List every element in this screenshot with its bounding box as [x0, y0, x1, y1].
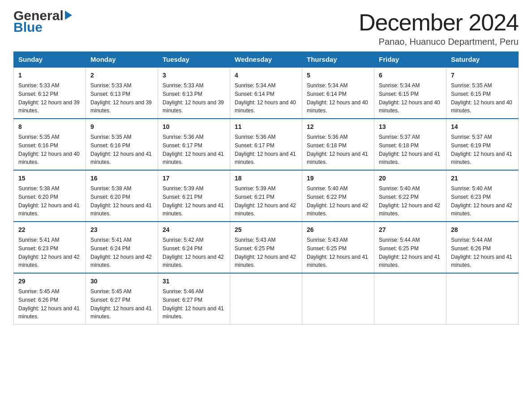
- day-number: 28: [451, 225, 514, 235]
- logo-blue-text: Blue: [13, 21, 43, 34]
- page-header: General Blue December 2024 Panao, Huanuc…: [13, 9, 519, 47]
- day-info: Sunrise: 5:33 AMSunset: 6:13 PMDaylight:…: [90, 82, 152, 114]
- day-number: 15: [18, 174, 81, 183]
- day-number: 11: [235, 122, 297, 132]
- calendar-cell: 22Sunrise: 5:41 AMSunset: 6:23 PMDayligh…: [14, 222, 86, 273]
- calendar-cell: 3Sunrise: 5:33 AMSunset: 6:13 PMDaylight…: [158, 67, 230, 119]
- day-info: Sunrise: 5:44 AMSunset: 6:26 PMDaylight:…: [451, 237, 512, 268]
- day-info: Sunrise: 5:35 AMSunset: 6:15 PMDaylight:…: [451, 82, 512, 114]
- day-number: 18: [235, 174, 297, 183]
- calendar-cell: 8Sunrise: 5:35 AMSunset: 6:16 PMDaylight…: [14, 119, 86, 170]
- calendar-week-4: 22Sunrise: 5:41 AMSunset: 6:23 PMDayligh…: [14, 222, 519, 273]
- day-info: Sunrise: 5:34 AMSunset: 6:14 PMDaylight:…: [235, 82, 296, 114]
- calendar-cell: 30Sunrise: 5:45 AMSunset: 6:27 PMDayligh…: [86, 273, 158, 325]
- day-info: Sunrise: 5:39 AMSunset: 6:21 PMDaylight:…: [235, 185, 296, 217]
- day-number: 3: [163, 71, 225, 80]
- calendar-week-5: 29Sunrise: 5:45 AMSunset: 6:26 PMDayligh…: [14, 273, 519, 325]
- day-number: 29: [18, 277, 81, 286]
- calendar-week-2: 8Sunrise: 5:35 AMSunset: 6:16 PMDaylight…: [14, 119, 519, 170]
- day-number: 14: [451, 122, 514, 132]
- day-number: 31: [163, 277, 225, 286]
- day-info: Sunrise: 5:43 AMSunset: 6:25 PMDaylight:…: [235, 237, 296, 268]
- calendar-cell: 29Sunrise: 5:45 AMSunset: 6:26 PMDayligh…: [14, 273, 86, 325]
- day-info: Sunrise: 5:45 AMSunset: 6:26 PMDaylight:…: [18, 288, 80, 320]
- calendar-cell: 23Sunrise: 5:41 AMSunset: 6:24 PMDayligh…: [86, 222, 158, 273]
- calendar-cell: 5Sunrise: 5:34 AMSunset: 6:14 PMDaylight…: [302, 67, 374, 119]
- day-info: Sunrise: 5:41 AMSunset: 6:24 PMDaylight:…: [90, 237, 152, 268]
- col-header-saturday: Saturday: [446, 52, 519, 68]
- calendar-week-3: 15Sunrise: 5:38 AMSunset: 6:20 PMDayligh…: [14, 170, 519, 222]
- page-title: December 2024: [359, 9, 519, 36]
- day-info: Sunrise: 5:40 AMSunset: 6:22 PMDaylight:…: [379, 185, 440, 217]
- day-info: Sunrise: 5:36 AMSunset: 6:17 PMDaylight:…: [235, 134, 296, 165]
- day-info: Sunrise: 5:38 AMSunset: 6:20 PMDaylight:…: [18, 185, 80, 217]
- calendar-cell: 17Sunrise: 5:39 AMSunset: 6:21 PMDayligh…: [158, 170, 230, 222]
- day-info: Sunrise: 5:46 AMSunset: 6:27 PMDaylight:…: [163, 288, 224, 320]
- day-number: 13: [379, 122, 442, 132]
- day-info: Sunrise: 5:39 AMSunset: 6:21 PMDaylight:…: [163, 185, 224, 217]
- calendar-cell: 15Sunrise: 5:38 AMSunset: 6:20 PMDayligh…: [14, 170, 86, 222]
- calendar-header: SundayMondayTuesdayWednesdayThursdayFrid…: [14, 52, 519, 68]
- calendar-cell: 18Sunrise: 5:39 AMSunset: 6:21 PMDayligh…: [230, 170, 302, 222]
- day-info: Sunrise: 5:44 AMSunset: 6:25 PMDaylight:…: [379, 237, 440, 268]
- calendar-cell: 7Sunrise: 5:35 AMSunset: 6:15 PMDaylight…: [446, 67, 519, 119]
- day-number: 22: [18, 225, 81, 235]
- calendar-cell: 12Sunrise: 5:36 AMSunset: 6:18 PMDayligh…: [302, 119, 374, 170]
- day-number: 8: [18, 122, 81, 132]
- day-number: 12: [307, 122, 369, 132]
- calendar-week-1: 1Sunrise: 5:33 AMSunset: 6:12 PMDaylight…: [14, 67, 519, 119]
- day-info: Sunrise: 5:40 AMSunset: 6:22 PMDaylight:…: [307, 185, 368, 217]
- col-header-monday: Monday: [86, 52, 158, 68]
- calendar-cell: 4Sunrise: 5:34 AMSunset: 6:14 PMDaylight…: [230, 67, 302, 119]
- day-info: Sunrise: 5:34 AMSunset: 6:14 PMDaylight:…: [307, 82, 368, 114]
- calendar-cell: 13Sunrise: 5:37 AMSunset: 6:18 PMDayligh…: [374, 119, 446, 170]
- calendar-cell: 26Sunrise: 5:43 AMSunset: 6:25 PMDayligh…: [302, 222, 374, 273]
- day-info: Sunrise: 5:34 AMSunset: 6:15 PMDaylight:…: [379, 82, 440, 114]
- logo-arrow-icon: [65, 11, 72, 20]
- day-number: 5: [307, 71, 369, 80]
- day-number: 7: [451, 71, 514, 80]
- calendar-cell: [230, 273, 302, 325]
- calendar-cell: 21Sunrise: 5:40 AMSunset: 6:23 PMDayligh…: [446, 170, 519, 222]
- calendar-cell: 11Sunrise: 5:36 AMSunset: 6:17 PMDayligh…: [230, 119, 302, 170]
- day-number: 9: [90, 122, 153, 132]
- day-info: Sunrise: 5:36 AMSunset: 6:17 PMDaylight:…: [163, 134, 224, 165]
- day-info: Sunrise: 5:40 AMSunset: 6:23 PMDaylight:…: [451, 185, 512, 217]
- day-number: 4: [235, 71, 297, 80]
- day-number: 21: [451, 174, 514, 183]
- col-header-sunday: Sunday: [14, 52, 86, 68]
- day-number: 1: [18, 71, 81, 80]
- day-info: Sunrise: 5:33 AMSunset: 6:12 PMDaylight:…: [18, 82, 80, 114]
- calendar-cell: 25Sunrise: 5:43 AMSunset: 6:25 PMDayligh…: [230, 222, 302, 273]
- day-info: Sunrise: 5:35 AMSunset: 6:16 PMDaylight:…: [90, 134, 152, 165]
- calendar-cell: 19Sunrise: 5:40 AMSunset: 6:22 PMDayligh…: [302, 170, 374, 222]
- day-number: 19: [307, 174, 369, 183]
- day-info: Sunrise: 5:38 AMSunset: 6:20 PMDaylight:…: [90, 185, 152, 217]
- calendar-cell: 20Sunrise: 5:40 AMSunset: 6:22 PMDayligh…: [374, 170, 446, 222]
- calendar-cell: 10Sunrise: 5:36 AMSunset: 6:17 PMDayligh…: [158, 119, 230, 170]
- day-number: 20: [379, 174, 442, 183]
- day-number: 30: [90, 277, 153, 286]
- day-info: Sunrise: 5:37 AMSunset: 6:19 PMDaylight:…: [451, 134, 512, 165]
- calendar-cell: 2Sunrise: 5:33 AMSunset: 6:13 PMDaylight…: [86, 67, 158, 119]
- day-info: Sunrise: 5:45 AMSunset: 6:27 PMDaylight:…: [90, 288, 152, 320]
- day-number: 2: [90, 71, 153, 80]
- calendar-cell: 28Sunrise: 5:44 AMSunset: 6:26 PMDayligh…: [446, 222, 519, 273]
- calendar-cell: 1Sunrise: 5:33 AMSunset: 6:12 PMDaylight…: [14, 67, 86, 119]
- calendar-cell: 31Sunrise: 5:46 AMSunset: 6:27 PMDayligh…: [158, 273, 230, 325]
- calendar-cell: [446, 273, 519, 325]
- col-header-thursday: Thursday: [302, 52, 374, 68]
- calendar-cell: [374, 273, 446, 325]
- day-number: 6: [379, 71, 442, 80]
- calendar-table: SundayMondayTuesdayWednesdayThursdayFrid…: [13, 51, 519, 325]
- logo: General Blue: [13, 9, 72, 34]
- col-header-tuesday: Tuesday: [158, 52, 230, 68]
- day-info: Sunrise: 5:41 AMSunset: 6:23 PMDaylight:…: [18, 237, 80, 268]
- calendar-cell: [302, 273, 374, 325]
- page-subtitle: Panao, Huanuco Department, Peru: [359, 37, 519, 47]
- title-block: December 2024 Panao, Huanuco Department,…: [359, 9, 519, 47]
- day-info: Sunrise: 5:35 AMSunset: 6:16 PMDaylight:…: [18, 134, 80, 165]
- day-info: Sunrise: 5:43 AMSunset: 6:25 PMDaylight:…: [307, 237, 368, 268]
- day-number: 23: [90, 225, 153, 235]
- day-info: Sunrise: 5:33 AMSunset: 6:13 PMDaylight:…: [163, 82, 224, 114]
